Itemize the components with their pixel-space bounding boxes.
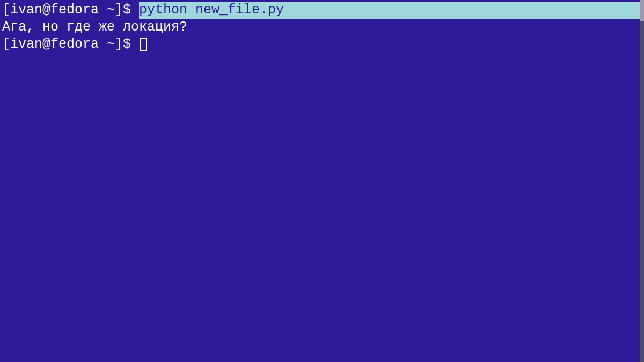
scrollbar-thumb[interactable]	[640, 0, 644, 21]
scrollbar-track[interactable]	[640, 0, 644, 362]
shell-prompt: [ivan@fedora ~]$	[2, 2, 139, 19]
terminal-line-2: Ага, но где же локация?	[2, 19, 642, 36]
cursor-icon	[140, 38, 147, 51]
highlighted-command: python new_file.py	[139, 2, 642, 19]
shell-prompt: [ivan@fedora ~]$	[2, 36, 139, 53]
terminal-line-1: [ivan@fedora ~]$ python new_file.py	[2, 2, 642, 19]
terminal-window[interactable]: [ivan@fedora ~]$ python new_file.py Ага,…	[0, 0, 644, 362]
terminal-line-3: [ivan@fedora ~]$	[2, 36, 642, 53]
program-output: Ага, но где же локация?	[2, 19, 187, 36]
